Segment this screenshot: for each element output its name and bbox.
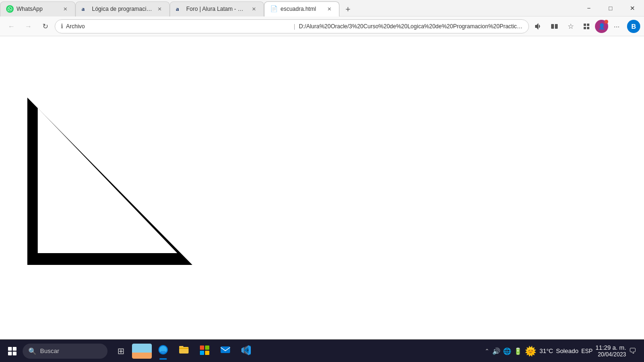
mail-app[interactable] — [216, 342, 235, 361]
alura-favicon-2: a — [176, 5, 183, 13]
tabs-area: WhatsApp ✕ a Lógica de programación: Pra… — [0, 0, 578, 16]
edge-app[interactable] — [154, 342, 173, 361]
info-icon: ℹ — [61, 23, 63, 30]
file-favicon: 📄 — [270, 5, 278, 13]
window-controls: − □ ✕ — [578, 0, 644, 16]
new-tab-button[interactable]: + — [341, 3, 355, 16]
tab-escuadra-close[interactable]: ✕ — [325, 5, 333, 13]
notification-button[interactable]: 🗨 — [629, 347, 636, 355]
favorites-button[interactable]: ☆ — [563, 19, 578, 34]
alura-favicon-1: a — [82, 5, 89, 13]
address-input[interactable]: ℹ Archivo | D:/Alura%20Oracle/3%20Curso%… — [55, 19, 529, 33]
tab-foro-label: Foro | Alura Latam - Cursos onlin... — [186, 6, 247, 12]
svg-rect-8 — [205, 351, 209, 355]
back-button[interactable]: ← — [4, 19, 19, 34]
immersive-reader-button[interactable] — [547, 19, 562, 34]
url-text: D:/Alura%20Oracle/3%20Curso%20de%20Logic… — [299, 23, 523, 30]
title-bar: WhatsApp ✕ a Lógica de programación: Pra… — [0, 0, 644, 16]
whatsapp-favicon — [6, 5, 14, 13]
clock-date: 20/04/2023 — [595, 351, 626, 358]
clock-time: 11:29 a. m. — [595, 344, 626, 351]
file-explorer-app[interactable] — [174, 342, 193, 361]
more-options-button[interactable]: ··· — [609, 19, 624, 34]
system-tray: 🔊 🌐 🔋 — [492, 347, 522, 355]
bing-button[interactable]: B — [627, 20, 640, 33]
language-indicator[interactable]: ESP — [581, 348, 593, 354]
read-aloud-button[interactable] — [531, 19, 546, 34]
address-bar: ← → ↻ ℹ Archivo | D:/Alura%20Oracle/3%20… — [0, 16, 644, 36]
escuadra-svg — [27, 98, 192, 265]
svg-rect-6 — [205, 346, 209, 350]
maximize-button[interactable]: □ — [600, 0, 621, 16]
profile-badge — [604, 20, 608, 24]
tab-logica[interactable]: a Lógica de programación: Practic... ✕ — [75, 1, 170, 16]
svg-rect-7 — [200, 351, 204, 355]
start-button[interactable] — [4, 343, 21, 360]
close-button[interactable]: ✕ — [621, 0, 643, 16]
page-content — [0, 36, 644, 339]
tab-escuadra[interactable]: 📄 escuadra.html ✕ — [264, 1, 339, 16]
toolbar-icons: ☆ 👤 ··· B — [531, 19, 640, 34]
tab-logica-close[interactable]: ✕ — [155, 5, 164, 13]
weather-condition: Soleado — [556, 347, 578, 354]
tab-escuadra-label: escuadra.html — [281, 6, 322, 12]
tab-foro[interactable]: a Foro | Alura Latam - Cursos onlin... ✕ — [170, 1, 264, 16]
svg-rect-4 — [179, 346, 183, 348]
protocol-label: Archivo — [66, 23, 290, 30]
vscode-app[interactable] — [237, 342, 256, 361]
tab-whatsapp[interactable]: WhatsApp ✕ — [0, 1, 75, 16]
volume-icon[interactable]: 🔊 — [492, 347, 500, 355]
search-label: Buscar — [40, 347, 59, 354]
battery-icon[interactable]: 🔋 — [514, 347, 522, 355]
svg-rect-9 — [221, 346, 230, 353]
escuadra-shape — [27, 98, 192, 267]
task-view-button[interactable]: ⊞ — [111, 342, 130, 361]
store-app[interactable] — [195, 342, 214, 361]
svg-rect-5 — [200, 346, 204, 350]
edge-active-indicator — [159, 358, 167, 360]
taskbar-right: ⌃ 🔊 🌐 🔋 🌞 31°C Soleado ESP 11:29 a. m. 2… — [485, 344, 640, 358]
search-icon: 🔍 — [28, 347, 36, 355]
clock[interactable]: 11:29 a. m. 20/04/2023 — [595, 344, 626, 358]
weather-widget[interactable]: 🌞 31°C Soleado — [525, 346, 578, 357]
collections-button[interactable] — [579, 19, 594, 34]
windows-icon — [8, 347, 17, 355]
reload-button[interactable]: ↻ — [38, 19, 53, 34]
svg-rect-2 — [555, 24, 558, 29]
minimize-button[interactable]: − — [578, 0, 600, 16]
weather-temp: 31°C — [539, 347, 553, 354]
expand-tray-button[interactable]: ⌃ — [485, 348, 489, 354]
tab-whatsapp-label: WhatsApp — [17, 6, 58, 12]
browser-window: WhatsApp ✕ a Lógica de programación: Pra… — [0, 0, 644, 362]
weather-icon: 🌞 — [525, 346, 537, 357]
svg-point-0 — [6, 5, 14, 13]
tab-foro-close[interactable]: ✕ — [249, 5, 258, 13]
taskbar: 🔍 Buscar ⊞ — [0, 339, 644, 362]
tab-whatsapp-close[interactable]: ✕ — [61, 5, 69, 13]
network-icon[interactable]: 🌐 — [503, 347, 511, 355]
taskbar-desktop-preview[interactable] — [132, 344, 152, 359]
profile-avatar[interactable]: 👤 — [595, 20, 608, 33]
forward-button[interactable]: → — [21, 19, 36, 34]
tab-logica-label: Lógica de programación: Practic... — [92, 6, 152, 12]
svg-rect-1 — [551, 24, 554, 29]
taskbar-search[interactable]: 🔍 Buscar — [23, 344, 107, 359]
